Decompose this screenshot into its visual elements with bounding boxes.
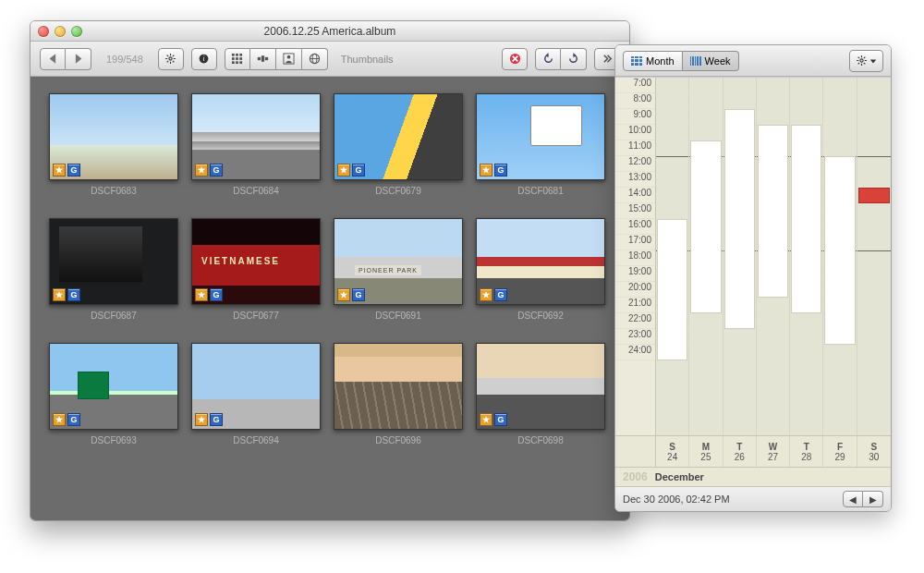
week-button[interactable]: Week xyxy=(683,51,739,71)
chevron-double-right-icon xyxy=(602,53,614,65)
thumbnail[interactable]: ★G xyxy=(191,218,321,305)
thumbnail-badges: ★G xyxy=(337,413,365,426)
star-badge: ★ xyxy=(195,413,208,426)
calendar-event[interactable] xyxy=(858,188,890,203)
svg-line-42 xyxy=(858,63,860,65)
rotate-cw-button[interactable] xyxy=(561,48,587,70)
svg-line-40 xyxy=(858,57,860,59)
thumbnail-cell: ★GDSCF0687 xyxy=(49,218,178,321)
globe-view-button[interactable] xyxy=(302,48,328,70)
day-column[interactable] xyxy=(757,78,790,435)
day-column[interactable] xyxy=(823,78,857,435)
day-header-cell[interactable]: M25 xyxy=(689,436,723,467)
day-header-cell[interactable]: T26 xyxy=(723,436,757,467)
calendar-status: Dec 30 2006, 02:42 PM ◀ ▶ xyxy=(615,487,891,511)
day-header-cell[interactable]: S30 xyxy=(857,436,891,467)
thumbnail[interactable]: ★G xyxy=(49,93,178,180)
info-button[interactable]: i xyxy=(191,48,217,70)
side-tab-geotag[interactable]: Geotag xyxy=(891,263,892,313)
hour-label: 18:00 xyxy=(615,250,655,266)
day-header-cell[interactable]: T28 xyxy=(790,436,823,467)
page-counter: 199/548 xyxy=(106,54,143,65)
svg-marker-34 xyxy=(574,53,577,58)
hour-label: 11:00 xyxy=(615,140,655,156)
side-tab-notes[interactable]: Notes xyxy=(891,163,892,206)
svg-point-35 xyxy=(860,59,863,62)
day-column[interactable] xyxy=(723,78,757,435)
cancel-button[interactable] xyxy=(502,48,528,70)
thumbnail-label: DSCF0687 xyxy=(91,311,136,321)
status-date: Dec 30 2006, 02:42 PM xyxy=(623,494,730,505)
day-column[interactable] xyxy=(857,78,891,435)
thumbnail[interactable]: ★G xyxy=(334,218,463,305)
day-column[interactable] xyxy=(790,78,823,435)
dow-label: W xyxy=(769,442,777,452)
calendar-gear-button[interactable] xyxy=(849,50,883,72)
svg-rect-16 xyxy=(232,57,235,60)
calendar-event[interactable] xyxy=(690,140,721,313)
thumbnail-label: DSCF0691 xyxy=(375,311,420,321)
week-grid[interactable] xyxy=(656,78,891,435)
geotag-badge: G xyxy=(210,288,223,301)
day-column[interactable] xyxy=(689,78,723,435)
side-tab-calendar[interactable]: Calendar xyxy=(891,206,892,263)
geotag-badge: G xyxy=(67,164,80,177)
thumbnail-label: DSCF0683 xyxy=(91,186,136,196)
thumbnail[interactable]: ★G xyxy=(476,218,605,305)
svg-line-10 xyxy=(173,55,175,57)
hour-label: 19:00 xyxy=(615,266,655,282)
back-button[interactable] xyxy=(40,48,66,70)
week-label: Week xyxy=(705,55,731,67)
thumbnail[interactable]: ★G xyxy=(191,343,321,430)
thumbnail-cell: ★GDSCF0679 xyxy=(334,93,463,196)
close-icon[interactable] xyxy=(38,26,49,37)
thumbnail-area[interactable]: ★GDSCF0683★GDSCF0684★GDSCF0679★GDSCF0681… xyxy=(30,77,629,520)
calendar-toolbar: Month Week xyxy=(615,45,891,77)
geotag-badge: G xyxy=(494,288,507,301)
calendar-event[interactable] xyxy=(657,219,687,360)
day-header-cell[interactable]: F29 xyxy=(823,436,857,467)
calendar-event[interactable] xyxy=(724,109,755,329)
star-badge: ★ xyxy=(195,164,208,177)
svg-point-2 xyxy=(169,57,172,60)
day-column[interactable] xyxy=(656,78,689,435)
titlebar[interactable]: 2006.12.25 America.album xyxy=(30,21,629,42)
day-header-cell[interactable]: S24 xyxy=(656,436,689,467)
day-header-cell[interactable]: W27 xyxy=(757,436,790,467)
hour-label: 21:00 xyxy=(615,298,655,313)
thumbnail[interactable]: ★G xyxy=(476,93,605,180)
filmstrip-view-button[interactable] xyxy=(250,48,276,70)
next-button[interactable]: ▶ xyxy=(863,491,883,507)
forward-button[interactable] xyxy=(66,48,91,70)
day-header: S24M25T26W27T28F29S30 xyxy=(615,435,891,467)
zoom-icon[interactable] xyxy=(71,26,82,37)
side-tab-edit[interactable]: Edit xyxy=(891,313,892,349)
svg-marker-33 xyxy=(545,53,548,58)
svg-text:i: i xyxy=(203,55,205,63)
minimize-icon[interactable] xyxy=(55,26,66,37)
thumbnail[interactable]: ★G xyxy=(476,343,605,430)
calendar-event[interactable] xyxy=(824,156,855,345)
rotate-ccw-button[interactable] xyxy=(535,48,561,70)
geotag-badge: G xyxy=(210,413,223,426)
thumbnail-label: DSCF0677 xyxy=(233,311,278,321)
thumbnail[interactable]: ★G xyxy=(49,343,178,430)
month-button[interactable]: Month xyxy=(623,51,683,71)
grid-view-button[interactable] xyxy=(225,48,250,70)
side-tab-information[interactable]: Information xyxy=(891,97,892,163)
calendar-nav: ◀ ▶ xyxy=(843,491,883,507)
thumbnail[interactable]: ★G xyxy=(49,218,178,305)
person-view-button[interactable] xyxy=(276,48,302,70)
thumbnail[interactable]: ★G xyxy=(191,93,321,180)
thumbnail[interactable]: ★G xyxy=(334,343,463,430)
thumbnail-label: DSCF0696 xyxy=(375,435,420,445)
prev-button[interactable]: ◀ xyxy=(843,491,863,507)
calendar-view-toggle: Month Week xyxy=(623,51,739,71)
gear-button[interactable] xyxy=(158,48,184,70)
calendar-event[interactable] xyxy=(758,125,788,298)
month-row: 2006 December xyxy=(615,467,891,487)
calendar-event[interactable] xyxy=(791,125,821,313)
thumbnail[interactable]: ★G xyxy=(334,93,463,180)
thumbnail-badges: ★G xyxy=(337,164,365,177)
dow-label: M xyxy=(702,442,710,452)
